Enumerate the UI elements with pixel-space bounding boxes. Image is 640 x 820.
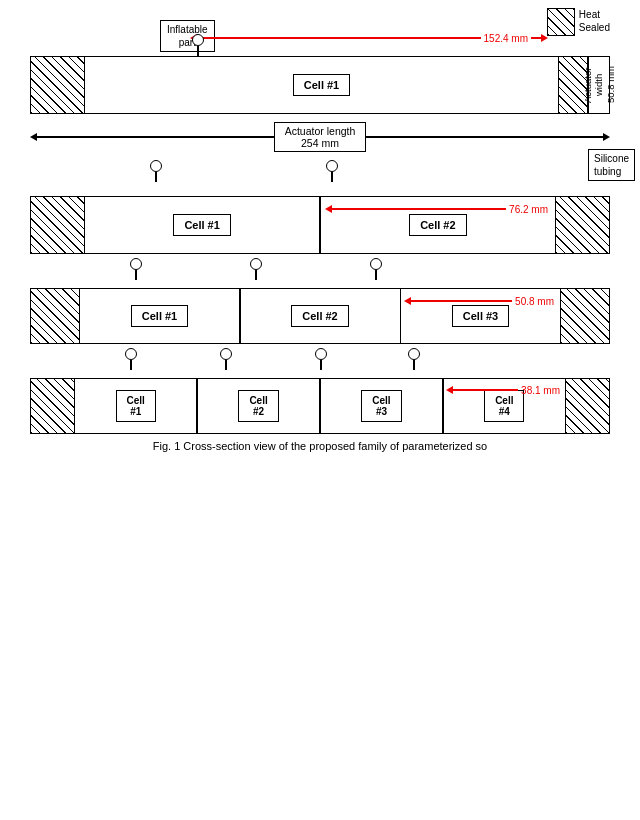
dim-381-label: 38.1 mm	[518, 385, 563, 396]
section4-top	[30, 348, 610, 378]
tube-line-2b	[331, 172, 333, 182]
tube-line-4c	[320, 360, 322, 370]
right-hatch-3	[560, 288, 610, 344]
cell2-area-4: Cell #2	[198, 378, 319, 434]
cell3-area-3: Cell #3 50.8 mm	[401, 288, 560, 344]
dim-152-arrow: 152.4 mm	[190, 32, 548, 44]
tube-line-3b	[255, 270, 257, 280]
right-hatch-4	[565, 378, 610, 434]
tube-circle-2a	[150, 160, 162, 172]
cell-area-1: Cell #1	[85, 56, 558, 114]
tube-circle-3c	[370, 258, 382, 270]
actuator-length-section: Actuator length 254 mm	[30, 118, 610, 156]
tube-line-3c	[375, 270, 377, 280]
left-hatch-3	[30, 288, 80, 344]
tube-circle-4a	[125, 348, 137, 360]
tube-circle-3a	[130, 258, 142, 270]
act-arrow-line-right	[366, 136, 603, 138]
cell2-box-3: Cell #2	[291, 305, 348, 327]
figure-caption: Fig. 1 Cross-section view of the propose…	[30, 440, 610, 452]
tube-3b	[250, 258, 262, 280]
dim-152-label: 152.4 mm	[481, 33, 531, 44]
act-arrow-right	[603, 131, 610, 143]
silicone-label-row: Silicone tubing	[588, 164, 608, 166]
cell4-area-4: Cell #4 38.1 mm	[444, 378, 565, 434]
main-container: Heat Sealed Inflatablepart 152.4 mm	[0, 0, 640, 460]
right-hatch-2	[555, 196, 610, 254]
actuator-row-4: Cell #1 Cell #2 Cell #3	[30, 378, 610, 434]
cell3-area-4: Cell #3	[321, 378, 442, 434]
arrow-76-line	[332, 208, 506, 210]
tube-connector-2b	[326, 160, 338, 182]
act-arrow-left	[30, 131, 37, 143]
tube-circle-4b	[220, 348, 232, 360]
cell1-area-4: Cell #1	[75, 378, 196, 434]
cell2-area-3: Cell #2	[241, 288, 400, 344]
section2-top: Silicone tubing	[30, 160, 610, 196]
cell3-box-4: Cell #3	[361, 390, 401, 422]
cell1-area-2: Cell #1	[85, 196, 319, 254]
tube-4a	[125, 348, 137, 370]
left-hatch-2	[30, 196, 85, 254]
actuator-row-2: Cell #1 Cell #2 76.2 mm	[30, 196, 610, 254]
cell1-box-4: Cell #1	[116, 390, 156, 422]
tube-connector-2a	[150, 160, 162, 182]
tube-circle	[192, 34, 204, 46]
section2: Silicone tubing Cell #1 Cell #2	[30, 160, 610, 254]
section3: Cell #1 Cell #2 Cell #3 50.8 mm	[30, 258, 610, 344]
tube-3a	[130, 258, 142, 280]
arrow-right	[541, 32, 548, 44]
tube-circle-2b	[326, 160, 338, 172]
dim-508-arrow: 50.8 mm	[401, 295, 560, 307]
tube-3c	[370, 258, 382, 280]
dim-76-arrow: 76.2 mm	[321, 203, 555, 215]
tube-4c	[315, 348, 327, 370]
section4: Cell #1 Cell #2 Cell #3	[30, 348, 610, 434]
tube-connector-1	[192, 34, 204, 56]
section1-top-labels: Inflatablepart 152.4 mm	[30, 18, 610, 56]
actuator-length-label: Actuator length 254 mm	[274, 122, 367, 152]
tube-circle-4d	[408, 348, 420, 360]
left-hatch-1	[30, 56, 85, 114]
arrow-line2	[531, 37, 541, 39]
tube-circle-3b	[250, 258, 262, 270]
actuator-row-3: Cell #1 Cell #2 Cell #3 50.8 mm	[30, 288, 610, 344]
arrow-line	[197, 37, 481, 39]
actuator-width-label: Actuator width50.8 mm	[588, 56, 610, 114]
dim-381-arrow: 38.1 mm	[444, 384, 565, 396]
cell2-box-4: Cell #2	[238, 390, 278, 422]
dim-76-label: 76.2 mm	[506, 204, 551, 215]
arrow-381-line	[453, 389, 518, 391]
cell2-box-2: Cell #2	[409, 214, 466, 236]
dim-508-label: 50.8 mm	[512, 296, 557, 307]
silicone-tubing-label: Silicone tubing	[588, 149, 635, 181]
section3-top	[30, 258, 610, 288]
tube-circle-4c	[315, 348, 327, 360]
cell3-box-3: Cell #3	[452, 305, 509, 327]
tube-line-4d	[413, 360, 415, 370]
cell1-area-3: Cell #1	[80, 288, 239, 344]
tube-line-4b	[225, 360, 227, 370]
act-arrow-line-left	[37, 136, 274, 138]
section1: Inflatablepart 152.4 mm C	[30, 18, 610, 114]
tube-line-2a	[155, 172, 157, 182]
arrow-508-line	[411, 300, 512, 302]
cell1-box-3: Cell #1	[131, 305, 188, 327]
actuator-row-1: Cell #1 Actuator width50.8 mm	[30, 56, 610, 114]
tube-line-3a	[135, 270, 137, 280]
tube-line	[197, 46, 199, 56]
arrow-508-left	[404, 295, 411, 307]
arrow-76-left	[325, 203, 332, 215]
tube-line-4a	[130, 360, 132, 370]
cell1-box-2: Cell #1	[173, 214, 230, 236]
cell2-area-2: Cell #2 76.2 mm	[321, 196, 555, 254]
tube-4d	[408, 348, 420, 370]
cell1-box: Cell #1	[293, 74, 350, 96]
tube-4b	[220, 348, 232, 370]
left-hatch-4	[30, 378, 75, 434]
arrow-381-left	[446, 384, 453, 396]
